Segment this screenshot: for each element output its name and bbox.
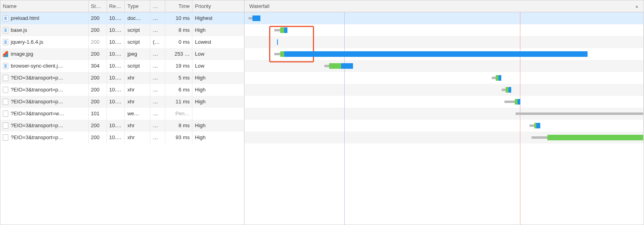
network-waterfall: Waterfall ▲: [244, 0, 644, 225]
waterfall-row[interactable]: [244, 84, 644, 96]
name-cell: ?EIO=3&transport=p…: [0, 96, 89, 108]
name-cell: ?EIO=3&transport=p…: [0, 132, 89, 144]
priority-cell: Low: [192, 48, 244, 60]
waterfall-seg-wait: [248, 17, 252, 19]
priority-cell: High: [192, 120, 244, 132]
initiator-cell: …: [150, 48, 165, 60]
waterfall-seg-wait: [274, 53, 280, 55]
time-cell: 10 ms: [165, 12, 192, 24]
remote-cell: 10.…: [107, 60, 125, 72]
status-cell: 200: [89, 72, 107, 84]
table-row[interactable]: ?EIO=3&transport=p…20010.…xhr…8 msHigh: [0, 120, 244, 132]
waterfall-seg-conn: [280, 27, 284, 33]
status-cell: 200: [89, 120, 107, 132]
waterfall-cell: [244, 132, 644, 144]
waterfall-seg-blue: [284, 27, 287, 33]
status-cell: 200: [89, 24, 107, 36]
blank-file-icon: [3, 111, 8, 117]
type-cell: jpeg: [125, 48, 150, 60]
waterfall-track: [244, 72, 643, 84]
time-cell: 11 ms: [165, 96, 192, 108]
table-row[interactable]: jquery-1.6.4.js20010.…script(…0 msLowest: [0, 36, 244, 48]
waterfall-seg-blue: [252, 16, 260, 21]
name-cell: jquery-1.6.4.js: [0, 36, 89, 48]
doc-file-icon: [3, 39, 8, 45]
waterfall-track: [244, 96, 643, 108]
initiator-cell: …: [150, 96, 165, 108]
waterfall-seg-conn: [547, 135, 644, 140]
waterfall-cell: [244, 96, 644, 108]
waterfall-track: [244, 48, 643, 60]
waterfall-row[interactable]: [244, 132, 644, 144]
table-row[interactable]: ?EIO=3&transport=p…20010.…xhr…11 msHigh: [0, 96, 244, 108]
waterfall-row[interactable]: [244, 36, 644, 48]
col-header-remote[interactable]: Re…: [107, 0, 125, 12]
col-header-name[interactable]: Name: [0, 0, 89, 12]
waterfall-row[interactable]: [244, 120, 644, 132]
col-header-type[interactable]: Type: [125, 0, 150, 12]
status-cell: 304: [89, 60, 107, 72]
waterfall-seg-blue: [284, 51, 587, 57]
table-row[interactable]: ?EIO=3&transport=w…101we……Pen…: [0, 108, 244, 120]
remote-cell: 10.…: [107, 96, 125, 108]
waterfall-seg-wait: [324, 65, 329, 67]
waterfall-cell: [244, 24, 644, 36]
waterfall-row[interactable]: [244, 24, 644, 36]
table-row[interactable]: ?EIO=3&transport=p…20010.…xhr…6 msHigh: [0, 84, 244, 96]
priority-cell: [192, 108, 244, 120]
remote-cell: 10.…: [107, 36, 125, 48]
status-cell: 200: [89, 84, 107, 96]
waterfall-seg-conn: [329, 63, 341, 69]
table-row[interactable]: preload.html20010.…doc……10 msHighest: [0, 12, 244, 24]
table-row[interactable]: ?EIO=3&transport=p…20010.…xhr…5 msHigh: [0, 72, 244, 84]
type-cell: doc…: [125, 12, 150, 24]
initiator-cell: (…: [150, 36, 165, 48]
waterfall-row[interactable]: [244, 72, 644, 84]
col-header-status[interactable]: St…: [89, 0, 107, 12]
initiator-cell: …: [150, 12, 165, 24]
priority-cell: Lowest: [192, 36, 244, 48]
request-name: ?EIO=3&transport=p…: [11, 84, 63, 96]
col-header-priority[interactable]: Priority: [192, 0, 244, 12]
remote-cell: 10.…: [107, 84, 125, 96]
col-header-initiator[interactable]: …: [150, 0, 165, 12]
table-row[interactable]: base.js20010.…script…8 msHigh: [0, 24, 244, 36]
waterfall-track: [244, 84, 643, 96]
doc-file-icon: [3, 63, 8, 69]
waterfall-row[interactable]: [244, 60, 644, 72]
type-cell: script: [125, 24, 150, 36]
priority-cell: High: [192, 84, 244, 96]
name-cell: ?EIO=3&transport=w…: [0, 108, 89, 120]
table-row[interactable]: browser-sync-client.j…30410.…script…19 m…: [0, 60, 244, 72]
waterfall-cell: [244, 36, 644, 48]
img-file-icon: [3, 51, 8, 57]
table-row[interactable]: ?EIO=3&transport=p…20010.…xhr…93 msHigh: [0, 132, 244, 144]
col-header-waterfall[interactable]: Waterfall ▲: [244, 0, 644, 12]
col-header-time[interactable]: Time: [165, 0, 192, 12]
table-body-waterfall: [244, 12, 644, 225]
waterfall-row[interactable]: [244, 108, 644, 120]
waterfall-row[interactable]: [244, 96, 644, 108]
waterfall-cell: [244, 60, 644, 72]
waterfall-row[interactable]: [244, 12, 644, 24]
type-cell: xhr: [125, 132, 150, 144]
initiator-cell: …: [150, 72, 165, 84]
request-name: ?EIO=3&transport=p…: [11, 96, 63, 108]
waterfall-seg-blue: [341, 63, 353, 69]
initiator-cell: …: [150, 120, 165, 132]
waterfall-seg-blue: [508, 87, 511, 93]
doc-file-icon: [3, 27, 8, 33]
request-name: ?EIO=3&transport=p…: [11, 120, 63, 132]
table-row[interactable]: image.jpg20010.…jpeg…253 …Low: [0, 48, 244, 60]
request-name: ?EIO=3&transport=p…: [11, 132, 63, 144]
table-header-waterfall: Waterfall ▲: [244, 0, 644, 12]
waterfall-track: [244, 132, 643, 144]
time-cell: 6 ms: [165, 84, 192, 96]
name-cell: base.js: [0, 24, 89, 36]
type-cell: script: [125, 36, 150, 48]
type-cell: xhr: [125, 72, 150, 84]
time-cell: 5 ms: [165, 72, 192, 84]
remote-cell: 10.…: [107, 12, 125, 24]
waterfall-cell: [244, 120, 644, 132]
waterfall-row[interactable]: [244, 48, 644, 60]
